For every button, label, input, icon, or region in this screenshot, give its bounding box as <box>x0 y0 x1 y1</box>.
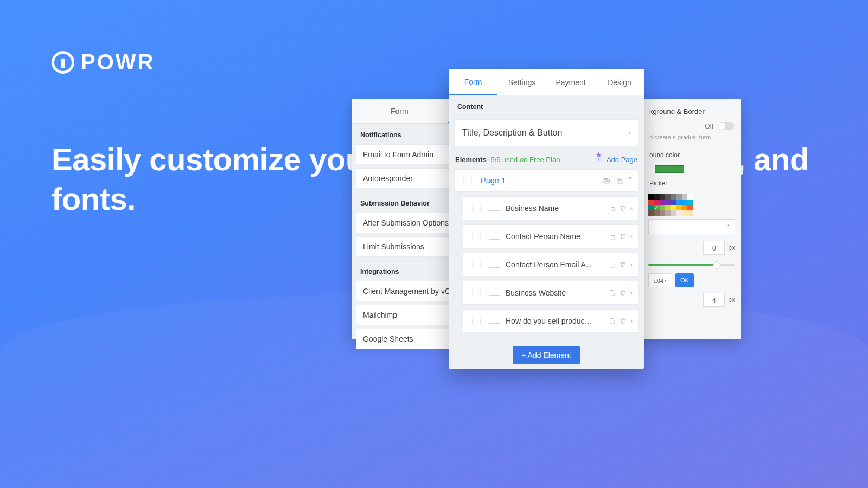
element-label: Business Website <box>506 288 603 297</box>
drag-handle-icon[interactable]: ⋮⋮ <box>469 204 484 213</box>
palette-swatch[interactable] <box>660 194 665 199</box>
copy-icon[interactable] <box>609 205 615 211</box>
palette-swatch[interactable] <box>687 194 693 199</box>
palette-swatch[interactable] <box>648 194 654 199</box>
element-row[interactable]: ⋮⋮Business Website› <box>463 281 639 305</box>
drag-handle-icon[interactable]: ⋮⋮ <box>469 288 484 297</box>
copy-icon[interactable] <box>616 177 623 184</box>
eye-icon[interactable] <box>602 177 610 185</box>
palette-swatch[interactable] <box>682 194 687 199</box>
form-tabs: Form Settings Payment Design <box>449 69 644 95</box>
num-input-0[interactable]: 0 <box>703 241 725 255</box>
hex-input[interactable]: a047 <box>648 273 672 287</box>
opacity-slider[interactable] <box>648 264 735 266</box>
current-color-row[interactable] <box>643 162 741 176</box>
palette-swatch[interactable] <box>654 210 659 216</box>
tab-form[interactable]: Form <box>352 99 448 123</box>
element-row[interactable]: ⋮⋮Contact Person Name› <box>463 224 639 248</box>
palette-swatch[interactable] <box>676 194 681 199</box>
elements-list: ⋮⋮Business Name›⋮⋮Contact Person Name›⋮⋮… <box>449 196 644 343</box>
field-type-icon <box>489 290 500 296</box>
chevron-right-icon: › <box>630 317 633 325</box>
trash-icon[interactable] <box>620 290 626 296</box>
palette-swatch[interactable] <box>648 210 654 216</box>
tab-design2[interactable]: Design <box>595 69 644 95</box>
num-input-4[interactable]: 4 <box>703 293 725 307</box>
color-palette[interactable]: ✓ <box>648 194 693 216</box>
element-label: Business Name <box>506 204 603 213</box>
chevron-up-icon[interactable]: ˄ <box>628 176 633 186</box>
palette-swatch[interactable] <box>676 210 681 216</box>
palette-swatch[interactable] <box>665 200 671 205</box>
chevron-right-icon: › <box>630 233 633 240</box>
toggle-label: Off <box>705 123 713 130</box>
trash-icon[interactable] <box>620 261 626 268</box>
palette-swatch[interactable] <box>682 200 687 205</box>
trash-icon[interactable] <box>620 205 626 211</box>
palette-swatch[interactable]: ✓ <box>654 205 659 210</box>
element-row[interactable]: ⋮⋮Business Name› <box>463 196 639 220</box>
copy-icon[interactable] <box>609 261 615 268</box>
drag-handle-icon[interactable]: ⋮⋮ <box>469 232 484 241</box>
copy-icon[interactable] <box>609 318 615 324</box>
palette-swatch[interactable] <box>648 205 654 210</box>
palette-swatch[interactable] <box>665 205 671 210</box>
palette-swatch[interactable] <box>648 200 654 205</box>
title-desc-button-row[interactable]: Title, Description & Button › <box>454 119 639 146</box>
palette-swatch[interactable] <box>671 210 676 216</box>
palette-swatch[interactable] <box>671 205 676 210</box>
radius-row: 4 px <box>643 290 741 310</box>
palette-swatch[interactable] <box>671 200 676 205</box>
palette-swatch[interactable] <box>682 205 687 210</box>
palette-swatch[interactable] <box>654 200 659 205</box>
palette-swatch[interactable] <box>671 194 676 199</box>
copy-icon[interactable] <box>609 233 615 240</box>
brand-text: POWR <box>81 50 155 74</box>
form-panel: Form Settings Payment Design Content Tit… <box>449 69 644 369</box>
palette-swatch[interactable] <box>687 205 693 210</box>
palette-swatch[interactable] <box>665 194 671 199</box>
select-mock[interactable]: ˅ <box>648 219 735 234</box>
tab-payment2[interactable]: Payment <box>546 69 595 95</box>
drag-handle-icon[interactable]: ⋮⋮ <box>469 260 484 269</box>
content-row-label: Title, Description & Button <box>462 128 562 138</box>
svg-rect-3 <box>611 236 615 240</box>
palette-swatch[interactable] <box>687 210 693 216</box>
drag-handle-icon[interactable]: ⋮⋮ <box>469 317 484 325</box>
toggle-icon[interactable] <box>718 122 734 130</box>
field-type-icon <box>489 205 500 211</box>
elements-used: 5/6 used on Free Plan <box>490 156 560 164</box>
trash-icon[interactable] <box>620 318 626 324</box>
copy-icon[interactable] <box>609 290 615 296</box>
chevron-right-icon: › <box>630 261 633 268</box>
tab-settings2[interactable]: Settings <box>497 69 546 95</box>
palette-swatch[interactable] <box>676 200 681 205</box>
page-name[interactable]: Page 1 <box>481 176 506 185</box>
palette-swatch[interactable] <box>665 210 671 216</box>
toggle-gradient[interactable]: Off <box>643 119 741 133</box>
field-type-icon <box>489 233 500 240</box>
svg-rect-5 <box>611 292 615 296</box>
border-width-row: 0 px <box>643 237 741 258</box>
palette-swatch[interactable] <box>682 210 687 216</box>
tab-form2[interactable]: Form <box>449 69 497 95</box>
palette-swatch[interactable] <box>654 194 659 199</box>
drag-handle-icon[interactable]: ⋮⋮ <box>460 176 475 185</box>
element-row[interactable]: ⋮⋮How do you sell produc…› <box>463 309 639 333</box>
star-icon: ★ <box>596 151 602 159</box>
trash-icon[interactable] <box>620 233 626 240</box>
palette-swatch[interactable] <box>660 210 665 216</box>
add-element-button[interactable]: + Add Element <box>513 346 579 364</box>
element-row[interactable]: ⋮⋮Contact Person Email A…› <box>463 253 639 277</box>
picker-label: Picker <box>643 176 741 190</box>
svg-rect-4 <box>611 264 615 268</box>
palette-swatch[interactable] <box>660 200 665 205</box>
palette-swatch[interactable] <box>676 205 681 210</box>
add-page-button[interactable]: + Add Page ★ <box>595 155 637 164</box>
palette-swatch[interactable] <box>660 205 665 210</box>
ok-button[interactable]: OK <box>675 273 694 287</box>
brand-mark-icon <box>52 51 74 74</box>
palette-swatch[interactable] <box>687 200 693 205</box>
current-color-swatch[interactable] <box>655 165 684 173</box>
page-row[interactable]: ⋮⋮ Page 1 ˄ <box>454 169 639 192</box>
